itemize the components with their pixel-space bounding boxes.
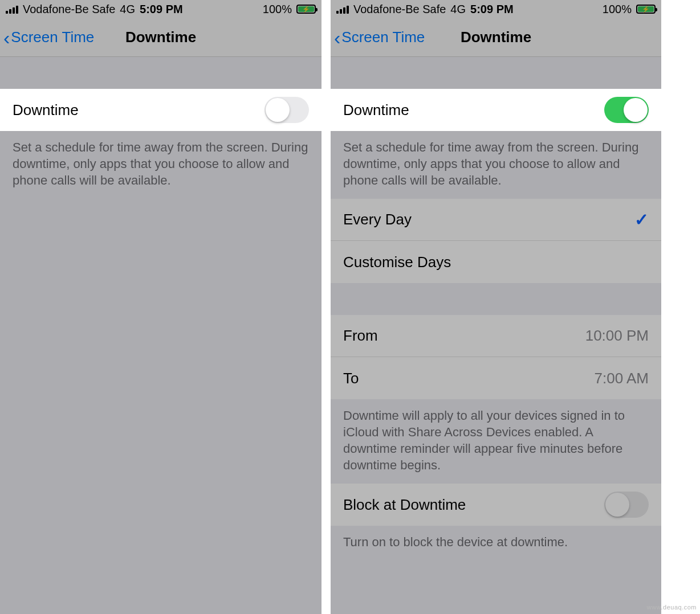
network-label: 4G (120, 3, 135, 16)
block-at-downtime-row[interactable]: Block at Downtime (331, 484, 661, 526)
every-day-row[interactable]: Every Day ✓ (331, 199, 661, 241)
customise-days-row[interactable]: Customise Days (331, 241, 661, 283)
carrier-label: Vodafone-Be Safe (23, 3, 115, 16)
page-title: Downtime (125, 28, 196, 46)
page-title: Downtime (461, 28, 531, 46)
from-value: 10:00 PM (585, 327, 649, 345)
status-bar: Vodafone-Be Safe 4G 5:09 PM 100% ⚡ (0, 0, 321, 18)
downtime-toggle-row[interactable]: Downtime (0, 89, 321, 131)
clock-label: 5:09 PM (140, 3, 183, 16)
downtime-switch[interactable] (604, 97, 649, 123)
nav-header: ‹ Screen Time Downtime (0, 18, 321, 57)
screen-downtime-off: Vodafone-Be Safe 4G 5:09 PM 100% ⚡ ‹ Scr… (0, 0, 331, 614)
battery-icon: ⚡ (636, 5, 656, 14)
downtime-label: Downtime (13, 101, 79, 119)
to-time-row[interactable]: To 7:00 AM (331, 357, 661, 399)
back-label: Screen Time (11, 28, 94, 46)
downtime-switch[interactable] (264, 97, 309, 123)
battery-percent: 100% (263, 3, 292, 16)
screen-downtime-on: Vodafone-Be Safe 4G 5:09 PM 100% ⚡ ‹ Scr… (331, 0, 661, 614)
back-button[interactable]: ‹ Screen Time (331, 28, 425, 47)
checkmark-icon: ✓ (634, 210, 649, 230)
chevron-left-icon: ‹ (3, 28, 10, 47)
downtime-description: Set a schedule for time away from the sc… (331, 131, 661, 199)
from-label: From (343, 327, 378, 345)
to-value: 7:00 AM (595, 370, 649, 387)
block-switch[interactable] (604, 492, 649, 518)
battery-icon: ⚡ (296, 5, 316, 14)
back-button[interactable]: ‹ Screen Time (0, 28, 94, 47)
chevron-left-icon: ‹ (334, 28, 340, 47)
block-label: Block at Downtime (343, 496, 466, 514)
battery-percent: 100% (603, 3, 632, 16)
from-time-row[interactable]: From 10:00 PM (331, 315, 661, 357)
every-day-label: Every Day (343, 211, 412, 228)
nav-header: ‹ Screen Time Downtime (331, 18, 661, 57)
to-label: To (343, 370, 359, 387)
downtime-label: Downtime (343, 101, 409, 119)
downtime-toggle-row[interactable]: Downtime (331, 89, 661, 131)
customise-days-label: Customise Days (343, 253, 451, 271)
back-label: Screen Time (341, 28, 425, 46)
signal-icon (6, 5, 18, 14)
downtime-description: Set a schedule for time away from the sc… (0, 131, 321, 199)
network-label: 4G (450, 3, 466, 16)
signal-icon (336, 5, 349, 14)
watermark: www.deuaq.com (647, 604, 697, 611)
carrier-label: Vodafone-Be Safe (353, 3, 446, 16)
devices-note: Downtime will apply to all your devices … (331, 399, 661, 484)
clock-label: 5:09 PM (470, 3, 514, 16)
status-bar: Vodafone-Be Safe 4G 5:09 PM 100% ⚡ (331, 0, 661, 18)
block-note: Turn on to block the device at downtime. (331, 526, 661, 560)
